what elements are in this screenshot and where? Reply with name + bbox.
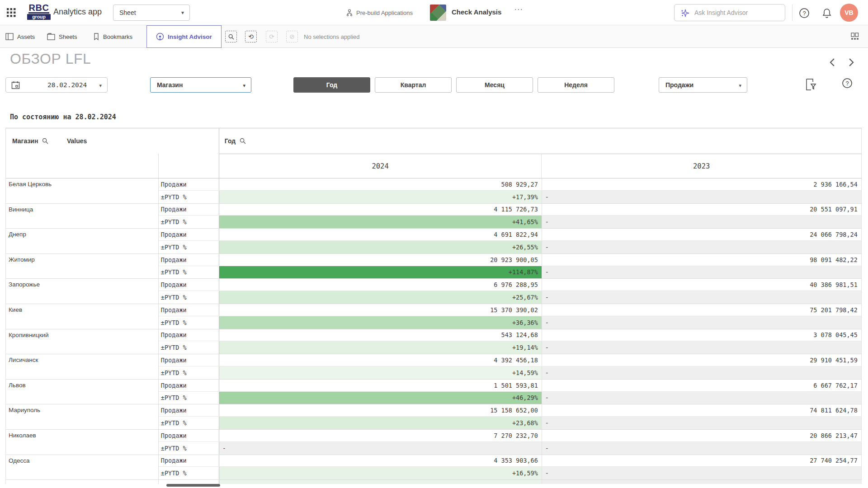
sales-row-label[interactable]: Продажи xyxy=(159,380,219,391)
sales-row-label[interactable]: Продажи xyxy=(159,404,219,416)
period-button-year[interactable]: Год xyxy=(293,77,370,93)
pytd-2023-cell[interactable]: - xyxy=(542,467,862,479)
store-dimension-header[interactable]: Магазин xyxy=(12,137,38,145)
notifications-button[interactable] xyxy=(821,8,832,19)
sales-row-label[interactable]: Продажи xyxy=(159,354,219,366)
sales-2023-cell[interactable]: 3 078 045,45 xyxy=(542,329,862,341)
sales-2023-cell[interactable]: 27 740 254,77 xyxy=(542,455,862,467)
sales-row-label[interactable]: Продажи xyxy=(159,329,219,341)
period-button-week[interactable]: Неделя xyxy=(538,77,614,93)
sales-2024-cell[interactable]: 4 691 822,94 xyxy=(219,229,542,240)
pytd-2023-cell[interactable]: - xyxy=(542,216,862,228)
pytd-row-label[interactable]: ±PYTD % xyxy=(159,316,219,329)
sales-2024-cell[interactable]: 6 976 288,95 xyxy=(219,279,542,291)
year-column-2024[interactable]: 2024 xyxy=(219,154,542,178)
sales-2024-cell[interactable]: 543 124,68 xyxy=(219,329,542,341)
pytd-2023-cell[interactable]: - xyxy=(542,266,862,279)
year-dimension-header[interactable]: Год xyxy=(225,137,236,145)
sales-2023-cell[interactable]: 75 201 798,42 xyxy=(542,304,862,316)
year-column-2023[interactable]: 2023 xyxy=(542,154,862,178)
selections-search-button[interactable] xyxy=(225,31,237,42)
pytd-row-label[interactable]: ±PYTD % xyxy=(159,341,219,354)
search-icon[interactable] xyxy=(240,138,246,144)
app-menu-icon[interactable] xyxy=(6,8,16,18)
store-name-cell[interactable]: Лисичанск xyxy=(6,354,159,379)
store-name-cell[interactable]: Днепр xyxy=(6,229,159,253)
sales-2023-cell[interactable]: 98 091 482,22 xyxy=(542,254,862,266)
sales-2023-cell[interactable]: 2 936 166,54 xyxy=(542,178,862,190)
store-name-cell[interactable]: Кропивницкий xyxy=(6,329,159,354)
pytd-2024-cell[interactable]: +36,36% xyxy=(219,316,542,329)
sheet-selector-dropdown[interactable]: Sheet ▾ xyxy=(113,5,190,21)
pytd-2024-cell[interactable]: +23,68% xyxy=(219,417,542,429)
sales-2023-cell[interactable]: 20 866 213,47 xyxy=(542,430,862,441)
sales-2023-cell[interactable]: 6 667 762,17 xyxy=(542,380,862,391)
pytd-2024-cell[interactable]: +26,55% xyxy=(219,241,542,253)
pytd-row-label[interactable]: ±PYTD % xyxy=(159,366,219,379)
store-name-cell[interactable]: Винница xyxy=(6,204,159,229)
sales-2023-cell[interactable]: 40 386 981,51 xyxy=(542,279,862,291)
pytd-2024-cell[interactable]: +46,29% xyxy=(219,392,542,404)
pytd-row-label[interactable]: ±PYTD % xyxy=(159,442,219,455)
pytd-2024-cell[interactable]: +114,87% xyxy=(219,266,542,279)
store-name-cell[interactable]: Львов xyxy=(6,380,159,404)
pytd-2024-cell[interactable]: +41,65% xyxy=(219,216,542,228)
pytd-2023-cell[interactable]: - xyxy=(542,341,862,354)
prebuild-applications-link[interactable]: Pre-build Applications xyxy=(346,9,413,16)
sales-row-label[interactable]: Продажи xyxy=(159,430,219,441)
sales-2024-cell[interactable]: 15 158 652,00 xyxy=(219,404,542,416)
sales-row-label[interactable]: Продажи xyxy=(159,178,219,190)
insight-advisor-button[interactable]: Insight Advisor xyxy=(146,25,222,48)
pytd-2024-cell[interactable]: +19,14% xyxy=(219,341,542,354)
store-name-cell[interactable]: Киев xyxy=(6,304,159,329)
pytd-row-label[interactable]: ±PYTD % xyxy=(159,291,219,304)
ask-insight-advisor-search[interactable] xyxy=(674,4,785,21)
search-input[interactable] xyxy=(694,5,780,20)
store-name-cell[interactable]: Мариуполь xyxy=(6,404,159,429)
pytd-2024-cell[interactable]: - xyxy=(219,442,542,455)
horizontal-scrollbar-thumb[interactable] xyxy=(166,484,220,487)
store-name-cell[interactable]: Житомир xyxy=(6,254,159,279)
sales-2024-cell[interactable]: 20 923 900,05 xyxy=(219,254,542,266)
values-header[interactable]: Values xyxy=(67,137,87,145)
sales-2024-cell[interactable]: 4 353 903,66 xyxy=(219,455,542,467)
sales-row-label[interactable]: Продажи xyxy=(159,254,219,266)
pytd-2023-cell[interactable]: - xyxy=(542,291,862,304)
period-button-quarter[interactable]: Квартал xyxy=(375,77,452,93)
user-avatar[interactable]: VB xyxy=(840,4,858,22)
pytd-2023-cell[interactable]: - xyxy=(542,191,862,203)
sales-2024-cell[interactable]: 15 370 390,02 xyxy=(219,304,542,316)
sales-2024-cell[interactable]: 1 501 593,81 xyxy=(219,380,542,391)
pytd-row-label[interactable]: ±PYTD % xyxy=(159,417,219,429)
redo-selection-button[interactable]: ⟳ xyxy=(266,31,278,42)
measure-selector-dropdown[interactable]: Продажи ▾ xyxy=(659,77,747,93)
pytd-row-label[interactable]: ±PYTD % xyxy=(159,392,219,404)
sales-2024-cell[interactable]: 4 392 456,18 xyxy=(219,354,542,366)
sales-2024-cell[interactable]: 4 115 726,73 xyxy=(219,204,542,216)
pytd-2024-cell[interactable]: +25,67% xyxy=(219,291,542,304)
pytd-2023-cell[interactable]: - xyxy=(542,316,862,329)
bookmarks-button[interactable]: Bookmarks xyxy=(93,25,132,48)
app-thumbnail[interactable] xyxy=(430,5,446,21)
date-picker[interactable]: 28.02.2024 ▾ xyxy=(5,77,108,93)
store-name-cell[interactable]: Николаев xyxy=(6,430,159,455)
sales-2023-cell[interactable]: 24 066 798,24 xyxy=(542,229,862,240)
pytd-row-label[interactable]: ±PYTD % xyxy=(159,467,219,479)
sales-2024-cell[interactable]: 7 270 232,70 xyxy=(219,430,542,441)
sales-2024-cell[interactable]: 508 929,27 xyxy=(219,178,542,190)
pytd-2024-cell[interactable]: +16,59% xyxy=(219,467,542,479)
sales-row-label[interactable]: Продажи xyxy=(159,304,219,316)
pytd-2023-cell[interactable]: - xyxy=(542,241,862,253)
store-name-cell[interactable]: Запорожье xyxy=(6,279,159,304)
pytd-2023-cell[interactable]: - xyxy=(542,392,862,404)
clear-selections-button[interactable]: ⊘ xyxy=(286,31,298,42)
sales-row-label[interactable]: Продажи xyxy=(159,229,219,240)
pytd-row-label[interactable]: ±PYTD % xyxy=(159,216,219,228)
pytd-row-label[interactable]: ±PYTD % xyxy=(159,191,219,203)
help-button[interactable]: ? xyxy=(799,8,810,19)
sheet-grid-button[interactable] xyxy=(850,32,861,43)
export-filter-button[interactable] xyxy=(806,79,816,90)
pytd-2024-cell[interactable]: +17,39% xyxy=(219,191,542,203)
sales-row-label[interactable]: Продажи xyxy=(159,279,219,291)
store-name-cell[interactable]: Одесса xyxy=(6,455,159,480)
